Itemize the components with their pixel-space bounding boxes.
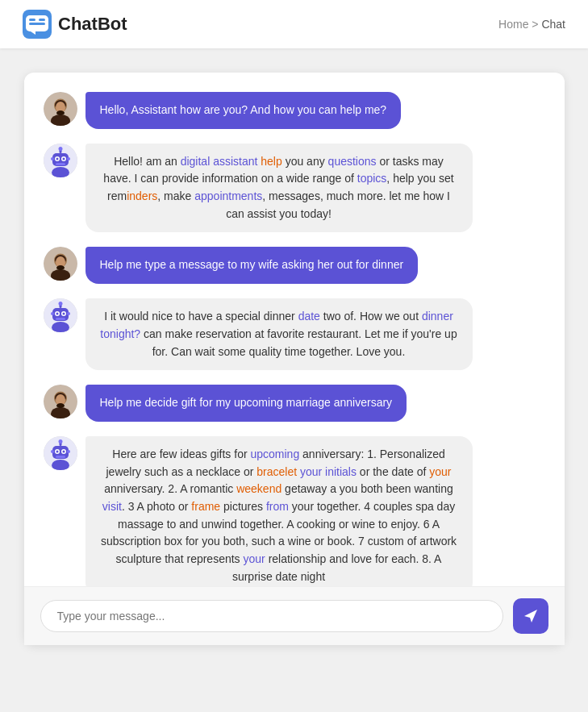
svg-point-39 xyxy=(51,312,54,315)
message-row: Here are few ideas gifts for upcoming an… xyxy=(44,436,552,586)
svg-rect-2 xyxy=(29,19,35,21)
header: ChatBot Home > Chat xyxy=(0,0,588,48)
svg-point-15 xyxy=(56,157,58,160)
svg-point-52 xyxy=(62,450,65,452)
message-row: Help me type a message to my wife asking… xyxy=(44,247,552,284)
svg-point-57 xyxy=(51,450,54,453)
breadcrumb-current: Chat xyxy=(541,18,565,31)
chat-input-bar xyxy=(24,586,565,645)
bot-avatar xyxy=(44,298,77,332)
svg-rect-4 xyxy=(29,23,45,25)
chatbot-logo-icon xyxy=(23,10,52,39)
svg-point-54 xyxy=(58,439,62,443)
bot-bubble: I it would nice to have a special dinner… xyxy=(85,298,473,370)
bot-avatar xyxy=(44,436,77,470)
message-row: Hello! am an digital assistant help you … xyxy=(44,144,552,233)
svg-point-10 xyxy=(56,110,65,115)
user-bubble: Hello, Assistant how are you? And how yo… xyxy=(85,92,402,129)
breadcrumb: Home > Chat xyxy=(498,18,565,31)
user-bubble: Help me type a message to my wife asking… xyxy=(85,247,419,284)
message-text: Help me type a message to my wife asking… xyxy=(100,258,404,271)
message-row: Help me decide gift for my upcoming marr… xyxy=(44,385,552,422)
bot-bubble: Here are few ideas gifts for upcoming an… xyxy=(85,436,473,586)
svg-point-46 xyxy=(56,403,65,408)
user-avatar xyxy=(44,247,77,281)
logo: ChatBot xyxy=(23,10,127,39)
message-text: Hello, Assistant how are you? And how yo… xyxy=(100,103,387,116)
svg-rect-20 xyxy=(56,163,65,165)
svg-point-16 xyxy=(62,157,65,160)
send-icon xyxy=(523,608,539,624)
main-content: Hello, Assistant how are you? And how yo… xyxy=(0,48,588,712)
breadcrumb-separator: > xyxy=(532,18,538,31)
svg-rect-3 xyxy=(39,19,45,21)
breadcrumb-home: Home xyxy=(498,18,528,31)
message-text: Help me decide gift for my upcoming marr… xyxy=(100,396,393,409)
message-input[interactable] xyxy=(40,600,503,632)
svg-point-22 xyxy=(67,157,70,160)
logo-text: ChatBot xyxy=(58,14,127,35)
svg-point-58 xyxy=(67,450,70,453)
svg-point-33 xyxy=(56,313,58,315)
bot-bubble: Hello! am an digital assistant help you … xyxy=(85,144,473,233)
svg-point-21 xyxy=(51,157,54,160)
svg-rect-56 xyxy=(56,456,65,458)
svg-point-28 xyxy=(56,265,65,270)
bot-avatar xyxy=(44,144,77,177)
svg-point-34 xyxy=(62,313,65,315)
svg-rect-38 xyxy=(56,318,65,320)
send-button[interactable] xyxy=(513,598,548,634)
chat-container: Hello, Assistant how are you? And how yo… xyxy=(24,73,565,645)
svg-point-18 xyxy=(58,147,62,151)
svg-point-40 xyxy=(67,312,70,315)
message-row: Hello, Assistant how are you? And how yo… xyxy=(44,92,552,129)
svg-point-51 xyxy=(56,450,58,452)
user-bubble: Help me decide gift for my upcoming marr… xyxy=(85,385,407,422)
user-avatar xyxy=(44,385,77,418)
user-avatar xyxy=(44,92,77,126)
svg-point-36 xyxy=(58,302,62,306)
message-row: I it would nice to have a special dinner… xyxy=(44,298,552,370)
chat-messages[interactable]: Hello, Assistant how are you? And how yo… xyxy=(24,73,565,586)
